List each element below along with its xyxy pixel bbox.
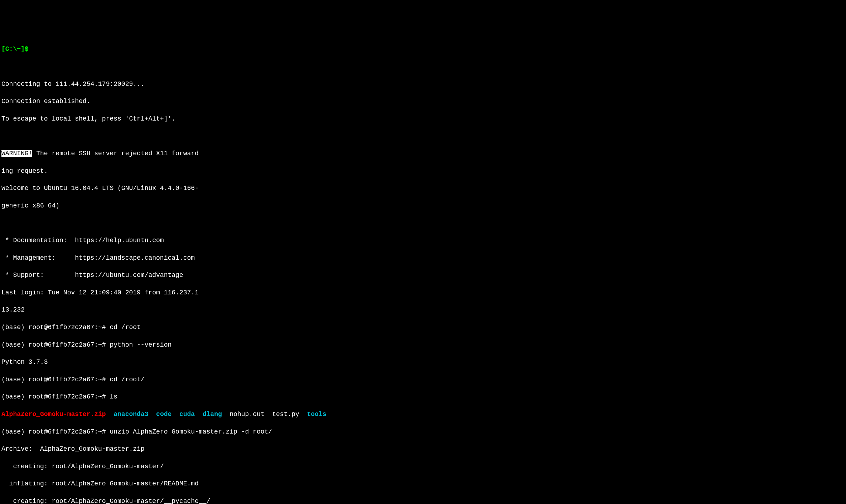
shell-line: (base) root@6f1fb72c2a67:~# cd /root/ — [1, 375, 845, 384]
unzip-out: inflating: root/AlphaZero_Gomoku-master/… — [1, 479, 845, 488]
motd-line: * Management: https://landscape.canonica… — [1, 254, 845, 262]
warning-text: ing request. — [1, 167, 845, 175]
ls-dir: code — [156, 411, 171, 418]
local-prompt: [C:\~]$ — [1, 45, 29, 53]
connect-line: To escape to local shell, press 'Ctrl+Al… — [1, 114, 845, 123]
ls-zip: AlphaZero_Gomoku-master.zip — [1, 411, 106, 418]
ls-dir: anaconda3 — [113, 411, 148, 418]
motd-line: * Documentation: https://help.ubuntu.com — [1, 236, 845, 245]
lastlogin-line: 13.232 — [1, 305, 845, 314]
unzip-out: creating: root/AlphaZero_Gomoku-master/ — [1, 462, 845, 471]
prompt-space — [29, 45, 33, 53]
warning-text: The remote SSH server rejected X11 forwa… — [32, 150, 198, 157]
welcome-text: Welcome to Ubuntu 16.04.4 LTS (GNU/Linux… — [1, 184, 845, 192]
welcome-text: generic x86_64) — [1, 201, 845, 210]
unzip-out: creating: root/AlphaZero_Gomoku-master/_… — [1, 497, 845, 504]
ls-file: test.py — [272, 411, 299, 418]
lastlogin-line: Last login: Tue Nov 12 21:09:40 2019 fro… — [1, 288, 845, 297]
shell-line: (base) root@6f1fb72c2a67:~# python --ver… — [1, 341, 845, 349]
ls-dir: tools — [307, 411, 326, 418]
motd-line: * Support: https://ubuntu.com/advantage — [1, 271, 845, 279]
warning-label: WARNING! — [1, 150, 32, 157]
ls-output: AlphaZero_Gomoku-master.zip anaconda3 co… — [1, 410, 845, 419]
ls-dir: dlang — [203, 411, 222, 418]
terminal-output[interactable]: [C:\~]$ Connecting to 111.44.254.179:200… — [1, 36, 845, 504]
connect-line: Connecting to 111.44.254.179:20029... — [1, 80, 845, 88]
unzip-archive: Archive: AlphaZero_Gomoku-master.zip — [1, 445, 845, 453]
python-version: Python 3.7.3 — [1, 358, 845, 366]
connect-line: Connection established. — [1, 97, 845, 106]
ls-dir: cuda — [179, 411, 195, 418]
unzip-cmd: (base) root@6f1fb72c2a67:~# unzip AlphaZ… — [1, 427, 845, 436]
shell-line: (base) root@6f1fb72c2a67:~# ls — [1, 392, 845, 401]
ls-file: nohup.out — [229, 411, 264, 418]
shell-line: (base) root@6f1fb72c2a67:~# cd /root — [1, 323, 845, 332]
